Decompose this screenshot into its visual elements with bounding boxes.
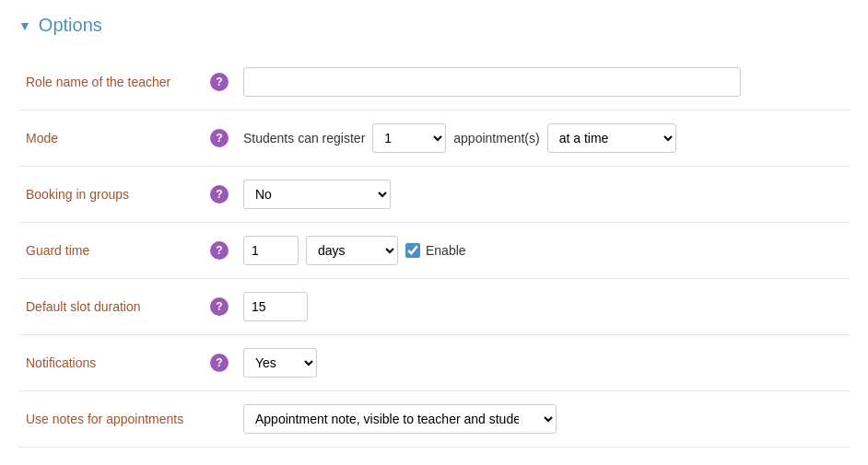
help-cell-mode: ?: [203, 110, 236, 167]
options-container: ▼ Options Role name of the teacher ? Mod…: [0, 0, 868, 462]
control-default-slot-duration: [236, 279, 850, 335]
label-use-notes: Use notes for appointments: [18, 391, 203, 448]
row-booking-groups: Booking in groups ? No Yes: [18, 167, 850, 223]
control-role-name: [236, 54, 850, 110]
guard-time-unit-select[interactable]: days hours: [306, 236, 398, 265]
help-icon-guard-time[interactable]: ?: [210, 241, 229, 260]
appointment-timing-select[interactable]: at a time per day per week: [547, 123, 676, 153]
row-notifications: Notifications ? Yes No: [18, 335, 850, 391]
appointments-label: appointment(s): [453, 131, 539, 145]
section-header: ▼ Options: [18, 15, 850, 36]
row-guard-time: Guard time ? days hours Enable: [18, 223, 850, 279]
label-role-name: Role name of the teacher: [18, 54, 203, 110]
appointment-number-select[interactable]: 1 2 3 4 5: [372, 123, 446, 153]
help-cell-use-notes: [203, 391, 236, 448]
help-icon-booking-groups[interactable]: ?: [210, 185, 229, 203]
label-guard-time: Guard time: [18, 223, 203, 279]
row-default-slot-duration: Default slot duration ?: [18, 279, 850, 335]
enable-label[interactable]: Enable: [405, 243, 466, 258]
help-icon-notifications[interactable]: ?: [210, 354, 229, 372]
help-cell-guard-time: ?: [203, 223, 236, 279]
default-slot-duration-input[interactable]: [243, 292, 308, 321]
role-name-input[interactable]: [243, 67, 741, 97]
control-notifications: Yes No: [236, 335, 850, 391]
row-mode: Mode ? Students can register 1 2 3 4 5: [18, 110, 850, 167]
help-cell-default-slot-duration: ?: [203, 279, 236, 335]
help-cell-role-name: ?: [203, 54, 236, 110]
control-guard-time: days hours Enable: [236, 223, 850, 279]
chevron-down-icon[interactable]: ▼: [18, 18, 31, 33]
enable-checkbox[interactable]: [405, 243, 420, 258]
help-cell-notifications: ?: [203, 335, 236, 391]
options-table: Role name of the teacher ? Mode ? Studen…: [18, 54, 850, 448]
control-use-notes: Appointment note, visible to teacher and…: [236, 391, 850, 448]
students-can-register-label: Students can register: [243, 131, 365, 145]
label-default-slot-duration: Default slot duration: [18, 279, 203, 335]
help-icon-default-slot-duration[interactable]: ?: [210, 297, 229, 316]
enable-text: Enable: [426, 243, 466, 258]
label-mode: Mode: [18, 110, 203, 167]
control-booking-groups: No Yes: [236, 167, 850, 223]
row-use-notes: Use notes for appointments Appointment n…: [18, 391, 850, 448]
guard-time-row: days hours Enable: [243, 236, 842, 265]
help-cell-booking-groups: ?: [203, 167, 236, 223]
help-icon-role-name[interactable]: ?: [210, 73, 229, 91]
guard-time-input[interactable]: [243, 236, 299, 265]
row-role-name: Role name of the teacher ?: [18, 54, 850, 110]
mode-row: Students can register 1 2 3 4 5 appointm…: [243, 123, 842, 153]
booking-groups-select[interactable]: No Yes: [243, 180, 391, 209]
label-booking-groups: Booking in groups: [18, 167, 203, 223]
use-notes-select[interactable]: Appointment note, visible to teacher and…: [243, 404, 557, 434]
help-icon-mode[interactable]: ?: [210, 129, 229, 147]
label-notifications: Notifications: [18, 335, 203, 391]
section-title: Options: [39, 15, 102, 36]
control-mode: Students can register 1 2 3 4 5 appointm…: [236, 110, 850, 167]
notifications-select[interactable]: Yes No: [243, 348, 317, 378]
